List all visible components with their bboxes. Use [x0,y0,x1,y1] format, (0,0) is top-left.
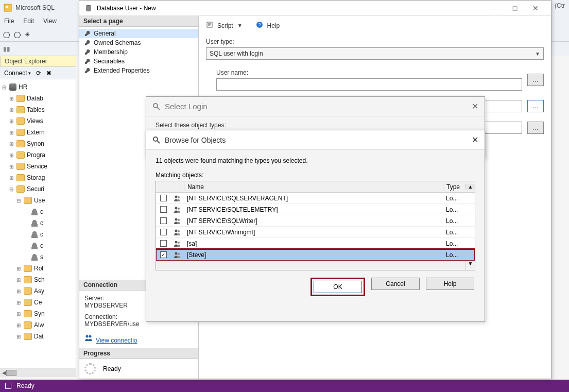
tree-item[interactable]: Synon [27,140,44,147]
row-name: [NT SERVICE\SQLWriter] [184,217,443,225]
table-row[interactable]: [Steve]Lo... [156,249,475,261]
cancel-button[interactable]: Cancel [371,278,420,290]
tree-user[interactable]: c [40,231,43,238]
menu-view[interactable]: View [43,18,57,25]
svg-point-13 [178,196,180,198]
folder-icon [16,129,25,136]
row-checkbox[interactable] [160,206,167,213]
tree-item[interactable]: Alw [34,321,44,329]
menu-edit[interactable]: Edit [23,18,34,25]
refresh-icon[interactable]: ⟳ [36,70,41,77]
dialog-icon [84,4,93,12]
tree-item[interactable]: Securi [27,185,44,193]
user-name-input[interactable] [216,78,522,91]
page-membership[interactable]: Membership [79,47,198,57]
scroll-down-icon[interactable]: ▼ [465,261,475,270]
scrollbar-thumb[interactable] [6,370,16,376]
tree-item[interactable]: Ce [34,299,42,306]
default-schema-browse-button[interactable]: … [527,122,544,134]
tree-item[interactable]: Datab [27,95,43,102]
login-name-browse-button[interactable]: … [527,100,544,112]
tree-item[interactable]: Tables [27,106,45,113]
user-icon [31,231,38,238]
connect-button[interactable]: Connect▾ [4,70,31,77]
maximize-button[interactable]: □ [505,4,525,12]
row-type: Lo... [443,251,465,259]
scroll-up-icon[interactable]: ▲ [465,184,475,190]
tree-item[interactable]: Progra [27,151,45,159]
ok-button[interactable]: OK [314,281,362,293]
user-icon [31,242,38,249]
row-name: [NT SERVICE\SQLSERVERAGENT] [184,195,443,202]
user-name-browse-button[interactable]: … [527,74,544,86]
tree-item[interactable]: Dat [34,333,44,340]
column-header-name[interactable]: Name [184,183,443,191]
script-button[interactable]: Script [217,22,233,29]
svg-point-3 [86,335,89,337]
tree-item[interactable]: Views [27,117,43,125]
user-type-label: User type: [206,38,544,45]
tree-item[interactable]: Service [27,163,47,170]
table-row[interactable]: [NT SERVICE\SQLTELEMETRY]Lo... [156,204,475,215]
svg-point-21 [178,242,180,244]
folder-icon [16,151,25,159]
tree-item[interactable]: Use [34,197,45,204]
folder-icon [16,117,25,125]
select-page-header: Select a page [79,16,198,27]
row-checkbox[interactable] [160,251,167,258]
row-checkbox[interactable] [160,195,167,201]
tree-item[interactable]: Asy [34,287,44,295]
tree-item[interactable]: Extern [27,129,45,136]
tree-user[interactable]: c [40,208,43,215]
help-button[interactable]: Help [267,22,280,29]
row-checkbox[interactable] [160,229,167,235]
row-checkbox[interactable] [160,240,167,247]
svg-line-11 [157,141,160,143]
tree-db-hr[interactable]: HR [19,83,27,91]
wrench-icon [84,58,91,64]
tree-user[interactable]: s [40,253,43,261]
chevron-down-icon[interactable]: ▼ [237,23,243,28]
page-owned-schemas[interactable]: Owned Schemas [79,38,198,47]
object-explorer-tree[interactable]: ⊟HR ⊞Datab ⊞Tables ⊞Views ⊞Extern ⊞Synon… [0,79,76,368]
svg-point-23 [178,253,180,255]
close-button[interactable]: ✕ [472,135,478,145]
people-icon [84,335,93,343]
browse-title: Browse for Objects [165,136,226,144]
view-connection-link[interactable]: View connectio [96,337,137,344]
help-button[interactable]: Help [426,278,474,290]
debug-icon[interactable]: ▮▮ [3,45,10,53]
close-button[interactable]: ✕ [472,101,478,111]
tree-item[interactable]: Storag [27,174,45,181]
select-object-types-label: Select these object types: [156,122,475,129]
svg-point-12 [175,195,178,198]
tree-item[interactable]: Sch [34,276,45,283]
menu-file[interactable]: File [4,18,14,25]
row-checkbox[interactable] [160,217,167,224]
table-row[interactable]: [sa]Lo... [156,238,475,249]
wrench-icon [84,49,91,55]
table-row[interactable]: [NT SERVICE\SQLWriter]Lo... [156,215,475,227]
page-extended-properties[interactable]: Extended Properties [79,66,198,75]
status-text: Ready [16,382,35,389]
tree-user[interactable]: c [40,242,43,249]
table-row[interactable]: [NT SERVICE\SQLSERVERAGENT]Lo... [156,193,475,204]
table-row[interactable]: [NT SERVICE\Winmgmt]Lo... [156,227,475,238]
new-query-icon[interactable]: ✳ [25,31,30,38]
page-securables[interactable]: Securables [79,57,198,66]
filter-icon[interactable]: ✖ [46,70,51,77]
folder-icon [16,95,25,102]
page-general[interactable]: General [79,29,198,38]
nav-back-icon[interactable]: ◯ [3,31,10,38]
column-header-type[interactable]: Type [443,183,465,191]
user-type-combobox[interactable]: SQL user with login ▼ [206,47,544,60]
tree-user[interactable]: c [40,219,43,227]
status-indicator-icon [5,383,11,389]
tree-item[interactable]: Syn [34,310,45,317]
minimize-button[interactable]: — [484,4,505,12]
nav-fwd-icon[interactable]: ◯ [14,31,21,38]
row-type: Lo... [443,229,465,236]
close-button[interactable]: ✕ [525,4,546,12]
tree-item[interactable]: Rol [34,265,43,272]
user-type-value: SQL user with login [210,50,535,57]
